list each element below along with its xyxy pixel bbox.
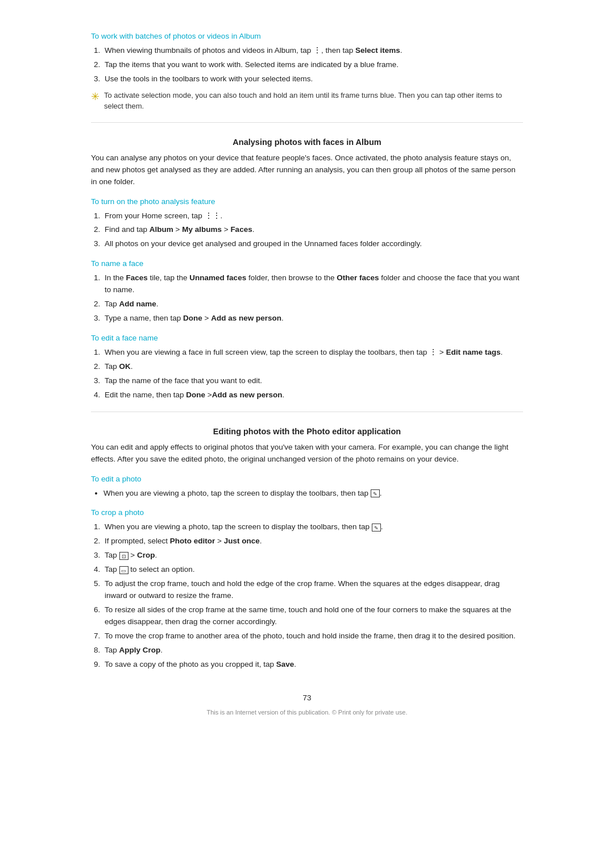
list-item: Tap ▭ to select an option. — [102, 564, 523, 576]
crop-photo-steps: When you are viewing a photo, tap the sc… — [102, 521, 523, 670]
list-item: Type a name, then tap Done > Add as new … — [102, 313, 523, 325]
list-item: Tap the name of the face that you want t… — [102, 375, 523, 387]
turn-on-analysis-section: To turn on the photo analysis feature Fr… — [91, 197, 523, 251]
list-item: Edit the name, then tap Done >Add as new… — [102, 389, 523, 401]
list-item: To resize all sides of the crop frame at… — [102, 604, 523, 628]
name-face-subheading: To name a face — [91, 259, 523, 268]
editing-photos-section: Editing photos with the Photo editor app… — [91, 427, 523, 671]
list-item: Tap OK. — [102, 361, 523, 373]
menu-icon: ⋮ — [429, 348, 437, 356]
select-icon: ▭ — [119, 566, 128, 574]
list-item: Tap Apply Crop. — [102, 645, 523, 657]
editing-photos-title: Editing photos with the Photo editor app… — [91, 427, 523, 436]
list-item: If prompted, select Photo editor > Just … — [102, 535, 523, 547]
edit-photo-steps: When you are viewing a photo, tap the sc… — [103, 488, 523, 500]
footer-text: This is an Internet version of this publ… — [91, 709, 523, 716]
menu-icon: ⋮ — [313, 46, 321, 55]
work-batches-subheading: To work with batches of photos or videos… — [91, 32, 523, 40]
turn-on-steps: From your Home screen, tap ⋮⋮. Find and … — [102, 210, 523, 251]
list-item: Tap the items that you want to work with… — [102, 59, 523, 71]
list-item: To adjust the crop frame, touch and hold… — [102, 578, 523, 602]
page-number: 73 — [91, 693, 523, 702]
list-item: To save a copy of the photo as you cropp… — [102, 659, 523, 671]
work-batches-steps: When viewing thumbnails of photos and vi… — [102, 45, 523, 85]
analysing-photos-title: Analysing photos with faces in Album — [91, 138, 523, 147]
grid-icon: ⋮⋮ — [205, 211, 221, 220]
name-face-section: To name a face In the Faces tile, tap th… — [91, 259, 523, 325]
editing-photos-body: You can edit and apply effects to origin… — [91, 442, 523, 466]
work-batches-section: To work with batches of photos or videos… — [91, 32, 523, 112]
analysing-photos-body: You can analyse any photos on your devic… — [91, 152, 523, 188]
list-item: When you are viewing a photo, tap the sc… — [103, 488, 523, 500]
list-item: Tap ⊡ > Crop. — [102, 550, 523, 562]
name-face-steps: In the Faces tile, tap the Unnamed faces… — [102, 272, 523, 325]
edit-photo-section: To edit a photo When you are viewing a p… — [91, 475, 523, 500]
edit-icon-2: ✎ — [372, 524, 381, 531]
list-item: When you are viewing a photo, tap the sc… — [102, 521, 523, 533]
crop-photo-subheading: To crop a photo — [91, 508, 523, 517]
note-icon: ✳ — [91, 90, 99, 103]
note-block: ✳ To activate selection mode, you can al… — [91, 90, 523, 112]
analysing-photos-section: Analysing photos with faces in Album You… — [91, 138, 523, 401]
divider — [91, 122, 523, 123]
note-text: To activate selection mode, you can also… — [104, 90, 523, 112]
divider-2 — [91, 412, 523, 412]
list-item: Tap Add name. — [102, 298, 523, 310]
crop-photo-section: To crop a photo When you are viewing a p… — [91, 508, 523, 670]
list-item: In the Faces tile, tap the Unnamed faces… — [102, 272, 523, 296]
edit-face-steps: When you are viewing a face in full scre… — [102, 347, 523, 401]
edit-icon: ✎ — [371, 489, 380, 497]
list-item: Use the tools in the toolbars to work wi… — [102, 73, 523, 85]
edit-photo-subheading: To edit a photo — [91, 475, 523, 483]
list-item: From your Home screen, tap ⋮⋮. — [102, 210, 523, 222]
edit-face-section: To edit a face name When you are viewing… — [91, 334, 523, 401]
list-item: When you are viewing a face in full scre… — [102, 347, 523, 359]
edit-face-subheading: To edit a face name — [91, 334, 523, 342]
page-content: To work with batches of photos or videos… — [91, 0, 523, 750]
list-item: When viewing thumbnails of photos and vi… — [102, 45, 523, 57]
crop-icon: ⊡ — [119, 552, 128, 560]
list-item: Find and tap Album > My albums > Faces. — [102, 224, 523, 236]
list-item: To move the crop frame to another area o… — [102, 630, 523, 642]
list-item: All photos on your device get analysed a… — [102, 238, 523, 250]
turn-on-subheading: To turn on the photo analysis feature — [91, 197, 523, 206]
